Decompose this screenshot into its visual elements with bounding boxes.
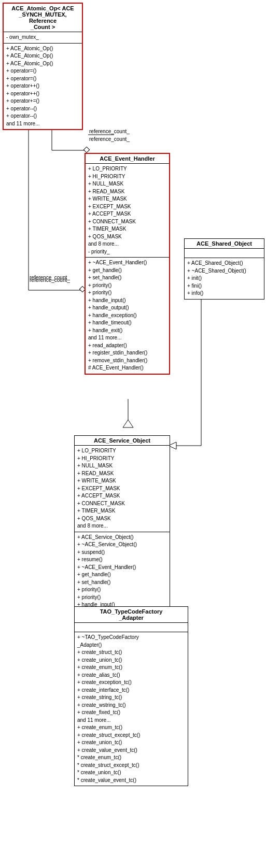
reference-count-label-top: reference_count_ bbox=[89, 136, 130, 142]
ref-count-top-label: reference_count_ bbox=[89, 129, 130, 134]
reference-count-label-left: reference_count_ bbox=[30, 277, 70, 283]
svg-marker-4 bbox=[123, 420, 133, 428]
ace-shared-object-methods: + ACE_Shared_Object() + ~ACE_Shared_Obje… bbox=[185, 258, 264, 299]
tao-typecode-factory-title: TAO_TypeCodeFactory_Adapter bbox=[75, 607, 188, 623]
ace-atomic-op-title: ACE_Atomic_Op< ACE_SYNCH_MUTEX, Referenc… bbox=[4, 4, 82, 32]
tao-typecode-factory-empty bbox=[75, 623, 188, 632]
ace-service-object-fields: + LO_PRIORITY + HI_PRIORITY + NULL_MASK … bbox=[75, 446, 170, 532]
tao-typecode-factory-box: TAO_TypeCodeFactory_Adapter + ~TAO_TypeC… bbox=[74, 606, 188, 786]
ace-event-handler-title: ACE_Event_Handler bbox=[86, 154, 169, 164]
ace-atomic-op-fields: - own_mutex_ bbox=[4, 32, 82, 44]
ace-event-handler-fields: + LO_PRIORITY + HI_PRIORITY + NULL_MASK … bbox=[86, 164, 169, 258]
ace-event-handler-methods: + ~ACE_Event_Handler() + get_handle() + … bbox=[86, 258, 169, 374]
ace-shared-object-title: ACE_Shared_Object bbox=[185, 239, 264, 249]
ace-event-handler-box: ACE_Event_Handler + LO_PRIORITY + HI_PRI… bbox=[85, 153, 170, 375]
ace-atomic-op-box: ACE_Atomic_Op< ACE_SYNCH_MUTEX, Referenc… bbox=[3, 3, 83, 130]
ace-atomic-op-methods: + ACE_Atomic_Op() + ACE_Atomic_Op() + AC… bbox=[4, 44, 82, 130]
svg-rect-10 bbox=[83, 147, 89, 152]
tao-typecode-factory-methods: + ~TAO_TypeCodeFactory _Adapter() + crea… bbox=[75, 632, 188, 786]
diagram-container: reference_count_ reference_count_ ACE_At… bbox=[0, 0, 280, 868]
ace-shared-object-empty bbox=[185, 249, 264, 258]
ace-shared-object-box: ACE_Shared_Object + ACE_Shared_Object() … bbox=[184, 238, 264, 300]
ace-service-object-title: ACE_Service_Object bbox=[75, 436, 170, 446]
